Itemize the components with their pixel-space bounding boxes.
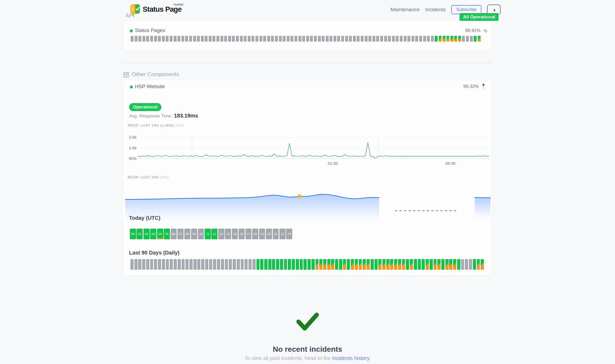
uptime-bar [390,259,393,270]
uptime-bar [363,259,366,270]
uptime-bar [465,259,468,270]
uptime-bar [434,259,437,270]
uptime-bar [216,36,219,42]
uptime-bar [280,259,283,270]
uptime-bar [131,36,134,42]
uptime-bar [322,36,325,42]
uptime-bar [178,259,181,270]
uptime-bar [335,259,338,270]
uptime-bar [396,36,399,42]
degraded-stripe [157,238,163,239]
uptime-bar [290,36,293,42]
uptime-bar [461,259,464,270]
uptime-bar [287,36,290,42]
uptime-bar [327,259,330,270]
uptime-bar [205,259,208,270]
uptime-bar [345,36,348,42]
svg-text:!: ! [132,6,134,13]
hour-box-16: 16 [239,229,245,239]
uptime-bar [308,259,311,270]
api-component-card: Status Pages 99.91% ↻ [123,20,492,51]
uptime-bar [392,36,395,42]
uptime-bar [279,36,282,42]
uptime-bar [375,259,378,270]
uptime-bar [174,259,177,270]
hour-box-15: 15 [232,229,238,239]
hour-box-10: 10 [198,229,204,239]
nav-maintenance[interactable]: Maintenance [391,7,420,13]
uptime-bar [166,36,169,42]
uptime-bar [318,36,321,42]
status-dot [130,29,133,32]
uptime-bar [306,36,309,42]
response-time-area-chart [123,185,493,223]
uptime-bar [248,259,252,270]
uptime-bar [474,36,477,42]
tail-area-fill [475,198,491,220]
status-page: API ! Status Page hosted Maintenance Inc… [0,0,615,364]
uptime-bar [150,259,153,270]
hour-box-00: 00 [130,229,136,239]
today-hour-boxes: 0001020304050607080910111213141516171819… [130,229,292,239]
uptime-bar [158,36,161,42]
uptime-bar [229,259,232,270]
uptime-bar [427,36,430,42]
uptime-bar [469,259,472,270]
svg-text:0ms: 0ms [129,156,137,161]
uptime-bar [466,36,469,42]
uptime-bar [260,259,263,270]
uptime-bar [182,259,185,270]
hour-box-19: 19 [259,229,265,239]
uptime-bar [372,36,375,42]
uptime-bar [411,36,414,42]
uptime-bar [400,36,403,42]
uptime-bar [296,259,299,270]
uptime-bar [154,259,157,270]
uptime-bar [462,36,465,42]
uptime-bar [197,36,200,42]
uptime-bar [355,259,358,270]
hour-box-18: 18 [252,229,258,239]
uptime-bar [263,36,266,42]
uptime-bar [388,36,391,42]
uptime-bar [217,259,220,270]
uptime-bar [361,36,364,42]
uptime-bar [193,259,197,270]
uptime-bar [166,259,169,270]
uptime-bar [303,259,307,270]
subscribe-button[interactable]: Subscribe [451,5,482,14]
hour-box-12: 12 [211,229,217,239]
uptime-bar [341,36,344,42]
expand-arrow-icon[interactable] [482,83,485,89]
uptime-bar [386,259,390,270]
uptime-bar [158,259,161,270]
hour-box-01: 01 [137,229,143,239]
incidents-history-link[interactable]: incidents history [332,355,369,361]
uptime-bar [331,259,334,270]
uptime-bar [213,259,216,270]
other-components-title: Other Components [132,71,179,77]
uptime-bar [228,36,231,42]
uptime-bar [267,36,270,42]
chart1-label: RESP. LAST 24H (1-MIN)(MS) [128,123,184,127]
uptime-bar [170,36,173,42]
uptime-bar [443,36,446,42]
uptime-bar [357,36,360,42]
chevron-up-icon[interactable] [487,14,492,18]
uptime-bar [177,36,180,42]
uptime-bar [422,259,425,270]
uptime-bar [248,36,251,42]
uptime-bar [221,259,224,270]
nav-incidents[interactable]: Incidents [425,7,446,13]
refresh-icon[interactable]: ↻ [484,28,488,34]
uptime-bar [404,36,407,42]
uptime-bar [244,259,248,270]
uptime-bar [134,259,138,270]
uptime-bar [376,36,379,42]
uptime-bar [439,36,442,42]
uptime-bar [201,36,204,42]
uptime-bar [326,36,329,42]
uptime-bar [138,36,141,42]
uptime-bar [142,36,145,42]
uptime-bar [437,259,441,270]
